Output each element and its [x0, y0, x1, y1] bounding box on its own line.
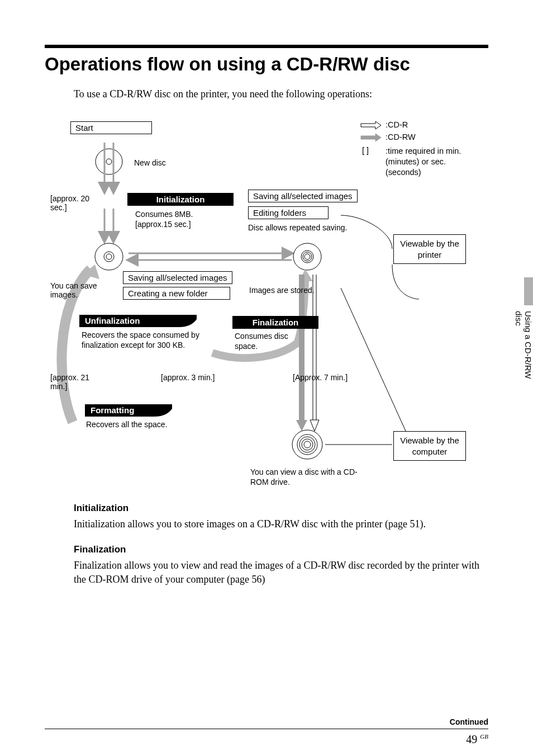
label-new-disc: New disc [134, 158, 166, 167]
step-unfinalization: Unfinalization [85, 316, 140, 325]
box-editing-folders: Editing folders [248, 206, 329, 219]
heading-initialization: Initialization [74, 503, 488, 514]
svg-point-12 [302, 439, 313, 450]
unfinal-note: Recovers the space consumed by finalizat… [82, 330, 212, 350]
start-box: Start [70, 121, 152, 134]
time-approx-20s: [approx. 20 sec.] [50, 194, 94, 212]
time-approx-15s: [approx.15 sec.] [135, 220, 191, 229]
page-title: Operations flow on using a CD-R/RW disc [45, 54, 488, 75]
svg-point-8 [304, 254, 310, 259]
time-approx-21m: [approx. 21 min.] [50, 373, 104, 391]
page-number-suffix: GB [480, 733, 488, 740]
legend-time: :time required in min. (minutes) or sec.… [386, 146, 473, 178]
svg-point-11 [299, 437, 315, 452]
svg-point-1 [106, 159, 112, 164]
step-initialization: Initialization [127, 193, 234, 206]
step-finalization: Finalization [232, 316, 318, 329]
svg-point-10 [297, 434, 317, 455]
svg-point-9 [292, 430, 322, 459]
svg-point-7 [303, 252, 312, 261]
svg-point-0 [96, 149, 122, 174]
paragraph-initialization: Initialization allows you to store image… [74, 517, 488, 531]
step-formatting: Formatting [91, 405, 134, 415]
box-viewable-by-printer: Viewable by the printer [393, 234, 466, 264]
page-number-value: 49 [466, 733, 477, 745]
init-note-consumes: Consumes 8MB. [135, 210, 193, 219]
svg-point-2 [95, 243, 123, 270]
page-top-rule [45, 45, 488, 48]
side-tab-label: Using a CD-R/RW disc [514, 311, 533, 395]
legend-cdr: :CD-R [386, 120, 408, 129]
svg-point-6 [301, 251, 313, 263]
legend-cdrw: :CD-RW [386, 133, 416, 141]
note-cdrom-drive: You can view a disc with a CD-ROM drive. [250, 467, 368, 487]
note-disc-repeated-saving: Disc allows repeated saving. [248, 223, 347, 232]
paragraph-finalization: Finalization allows you to view and read… [74, 559, 488, 586]
box-saving-all: Saving all/selected images [248, 190, 358, 202]
page-number: 49 GB [466, 733, 488, 746]
flow-diagram: Start New disc [approx. 20 sec.] Initial… [50, 120, 475, 489]
box-saving-all-2: Saving all/selected images [123, 271, 232, 284]
svg-line-15 [341, 288, 407, 433]
svg-point-4 [106, 254, 112, 259]
legend-time-bracket: [ ] [362, 146, 369, 155]
box-creating-new-folder: Creating a new folder [123, 287, 230, 300]
svg-point-13 [304, 441, 311, 448]
footer-rule [45, 729, 488, 730]
note-you-can-save: You can save images. [50, 281, 117, 299]
continued-label: Continued [45, 717, 488, 729]
side-tab-marker [524, 277, 533, 305]
box-viewable-by-computer: Viewable by the computer [393, 431, 466, 461]
svg-point-3 [104, 252, 114, 262]
final-note: Consumes disc space. [235, 332, 296, 351]
intro-paragraph: To use a CD-R/RW disc on the printer, yo… [74, 88, 488, 100]
heading-finalization: Finalization [74, 544, 488, 555]
svg-point-5 [293, 243, 321, 270]
side-tab: Using a CD-R/RW disc [521, 277, 533, 395]
time-approx-7m: [Approx. 7 min.] [293, 373, 348, 382]
format-note: Recovers all the space. [86, 420, 168, 429]
note-images-stored: Images are stored. [249, 286, 315, 295]
time-approx-3m: [approx. 3 min.] [161, 373, 215, 382]
